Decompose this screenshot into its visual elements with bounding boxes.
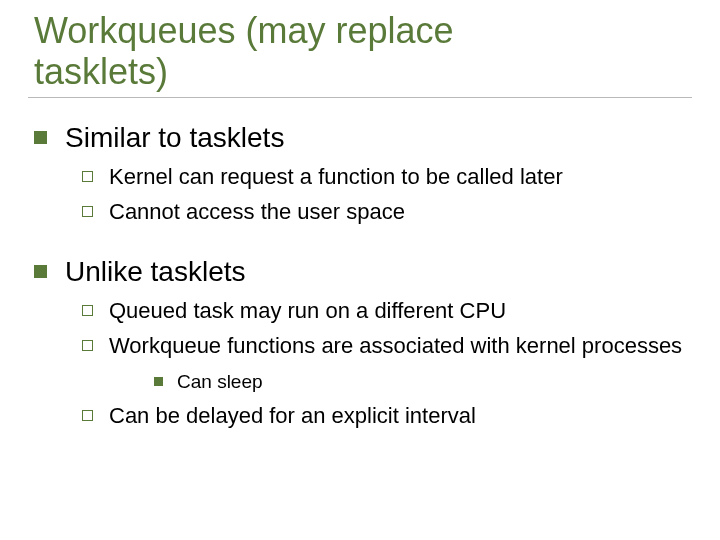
bullet-level2: Can be delayed for an explicit interval (82, 402, 692, 430)
bullet-text: Can sleep (177, 370, 263, 394)
bullet-text: Similar to tasklets (65, 120, 284, 155)
bullet-text: Workqueue functions are associated with … (109, 332, 682, 360)
bullet-level2: Kernel can request a function to be call… (82, 163, 692, 191)
bullet-level2: Workqueue functions are associated with … (82, 332, 692, 360)
square-outline-bullet-icon (82, 171, 93, 182)
bullet-level2: Queued task may run on a different CPU (82, 297, 692, 325)
bullet-text: Cannot access the user space (109, 198, 405, 226)
bullet-level1: Unlike tasklets (28, 254, 692, 289)
square-outline-bullet-icon (82, 410, 93, 421)
square-bullet-icon (34, 265, 47, 278)
bullet-text: Queued task may run on a different CPU (109, 297, 506, 325)
square-outline-bullet-icon (82, 206, 93, 217)
square-bullet-icon (34, 131, 47, 144)
title-line-2: tasklets) (34, 51, 168, 92)
slide-title: Workqueues (may replace tasklets) (34, 10, 692, 93)
square-outline-bullet-icon (82, 305, 93, 316)
title-line-1: Workqueues (may replace (34, 10, 454, 51)
bullet-level2: Cannot access the user space (82, 198, 692, 226)
bullet-text: Kernel can request a function to be call… (109, 163, 563, 191)
bullet-text: Unlike tasklets (65, 254, 246, 289)
bullet-level1: Similar to tasklets (28, 120, 692, 155)
square-bullet-icon (154, 377, 163, 386)
bullet-text: Can be delayed for an explicit interval (109, 402, 476, 430)
bullet-level3: Can sleep (154, 370, 692, 394)
square-outline-bullet-icon (82, 340, 93, 351)
slide-title-wrap: Workqueues (may replace tasklets) (28, 10, 692, 98)
